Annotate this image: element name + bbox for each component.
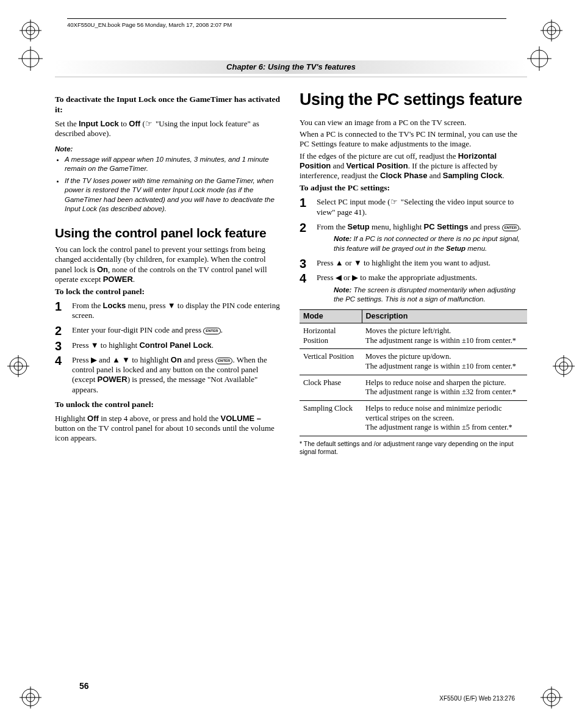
- step: Press ▲ or ▼ to highlight the item you w…: [300, 258, 527, 268]
- note-item: If the TV loses power with time remainin…: [65, 176, 282, 214]
- step: Enter your four-digit PIN code and press…: [55, 325, 282, 335]
- step: From the Setup menu, highlight PC Settin…: [300, 222, 527, 253]
- step: Press ◀ or ▶ to make the appropriate adj…: [300, 273, 527, 304]
- deactivate-body: Set the Input Lock to Off ( "Using the i…: [55, 119, 282, 139]
- lock-steps: From the Locks menu, press ▼ to display …: [55, 301, 282, 395]
- step-note: Note: The screen is disrupted momentaril…: [334, 286, 527, 305]
- pointer-icon: [390, 197, 399, 206]
- note-label: Note:: [55, 145, 282, 153]
- unlock-body: Highlight Off in step 4 above, or press …: [55, 414, 282, 444]
- table-row: Clock PhaseHelps to reduce noise and sha…: [300, 375, 527, 400]
- table-row: Sampling ClockHelps to reduce noise and …: [300, 400, 527, 436]
- lock-intro: You can lock the control panel to preven…: [55, 245, 282, 284]
- table-header-desc: Description: [362, 309, 527, 323]
- note-item: A message will appear when 10 minutes, 3…: [65, 155, 282, 174]
- left-column: To deactivate the Input Lock once the Ga…: [55, 92, 282, 456]
- table-footnote: * The default settings and /or adjustmen…: [300, 440, 527, 456]
- pointer-icon: [145, 119, 154, 128]
- pc-p2: When a PC is connected to the TV's PC IN…: [300, 129, 527, 150]
- table-row: Horizontal PositionMoves the picture lef…: [300, 323, 527, 349]
- enter-icon: ENTER: [502, 225, 519, 231]
- table-header-mode: Mode: [300, 309, 362, 323]
- running-head: 40XF550U_EN.book Page 56 Monday, March 1…: [67, 18, 506, 29]
- footer-code: XF550U (E/F) Web 213:276: [439, 695, 515, 703]
- step: From the Locks menu, press ▼ to display …: [55, 301, 282, 321]
- table-row: Vertical PositionMoves the picture up/do…: [300, 349, 527, 375]
- note-list: A message will appear when 10 minutes, 3…: [55, 155, 282, 214]
- pc-p3: If the edges of the picture are cut off,…: [300, 151, 527, 181]
- page: 40XF550U_EN.book Page 56 Monday, March 1…: [0, 0, 582, 728]
- divider: [55, 76, 527, 77]
- step: Select PC input mode ( "Selecting the vi…: [300, 197, 527, 217]
- to-unlock-heading: To unlock the control panel:: [55, 400, 282, 410]
- pc-settings-table: Mode Description Horizontal PositionMove…: [300, 309, 527, 436]
- pc-steps: Select PC input mode ( "Selecting the vi…: [300, 197, 527, 304]
- page-number: 56: [79, 681, 89, 692]
- adjust-heading: To adjust the PC settings:: [300, 183, 527, 193]
- enter-icon: ENTER: [215, 358, 232, 364]
- step: Press ▶ and ▲ ▼ to highlight On and pres…: [55, 355, 282, 395]
- step-note: Note: If a PC is not connected or there …: [334, 234, 527, 253]
- two-column-layout: To deactivate the Input Lock once the Ga…: [55, 92, 527, 456]
- step: Press ▼ to highlight Control Panel Lock.: [55, 341, 282, 350]
- control-panel-lock-heading: Using the control panel lock feature: [55, 225, 282, 241]
- chapter-title: Chapter 6: Using the TV's features: [55, 60, 527, 74]
- pc-p1: You can view an image from a PC on the T…: [300, 118, 527, 128]
- deactivate-heading: To deactivate the Input Lock once the Ga…: [55, 95, 282, 115]
- to-lock-heading: To lock the control panel:: [55, 287, 282, 297]
- pc-settings-heading: Using the PC settings feature: [300, 90, 527, 110]
- right-column: Using the PC settings feature You can vi…: [300, 92, 527, 456]
- enter-icon: ENTER: [203, 328, 220, 334]
